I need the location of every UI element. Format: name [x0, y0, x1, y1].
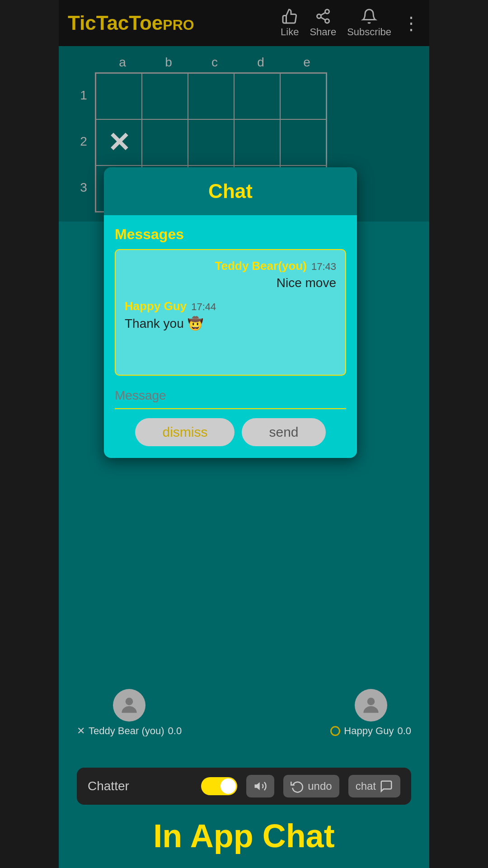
like-button[interactable]: Like	[281, 8, 299, 38]
message-text-1: Nice move	[125, 276, 336, 290]
app-title-main: TicTacToe	[68, 12, 163, 34]
message-sender-1: Teddy Bear(you)	[215, 259, 307, 273]
svg-line-3	[321, 17, 325, 20]
message-input-wrapper	[115, 385, 346, 409]
top-bar: TicTacToePRO Like Share	[59, 0, 429, 46]
svg-point-2	[325, 19, 329, 23]
top-bar-actions: Like Share Subscribe ⋮	[281, 8, 420, 38]
svg-point-0	[325, 9, 329, 14]
subscribe-button[interactable]: Subscribe	[347, 8, 391, 38]
chat-modal: Chat Messages Teddy Bear(you) 17:43 Nice…	[104, 167, 357, 458]
chat-header: Chat	[104, 167, 357, 215]
chat-modal-overlay: Chat Messages Teddy Bear(you) 17:43 Nice…	[59, 59, 429, 868]
more-menu-button[interactable]: ⋮	[402, 13, 420, 33]
message-text-2: Thank you 🤠	[125, 316, 336, 331]
message-header-2: Happy Guy 17:44	[125, 299, 336, 313]
chat-buttons: dismiss send	[115, 418, 346, 451]
app-title-pro: PRO	[163, 17, 194, 33]
send-button[interactable]: send	[242, 418, 325, 446]
message-input[interactable]	[115, 385, 346, 406]
svg-point-1	[317, 14, 321, 19]
message-time-1: 17:43	[311, 261, 336, 273]
messages-box: Teddy Bear(you) 17:43 Nice move Happy Gu…	[115, 249, 346, 376]
messages-label: Messages	[115, 226, 346, 243]
dismiss-button[interactable]: dismiss	[135, 418, 235, 446]
message-sender-2: Happy Guy	[125, 299, 187, 313]
chat-body: Messages Teddy Bear(you) 17:43 Nice move…	[104, 215, 357, 458]
message-time-2: 17:44	[191, 301, 216, 313]
chat-title: Chat	[208, 180, 253, 202]
subscribe-label: Subscribe	[347, 26, 391, 38]
share-button[interactable]: Share	[310, 8, 336, 38]
message-item-1: Teddy Bear(you) 17:43 Nice move	[125, 259, 336, 290]
like-label: Like	[281, 26, 299, 38]
app-title: TicTacToePRO	[68, 12, 194, 34]
share-label: Share	[310, 26, 336, 38]
svg-line-4	[321, 13, 325, 15]
message-header-1: Teddy Bear(you) 17:43	[125, 259, 336, 273]
message-item-2: Happy Guy 17:44 Thank you 🤠	[125, 299, 336, 331]
